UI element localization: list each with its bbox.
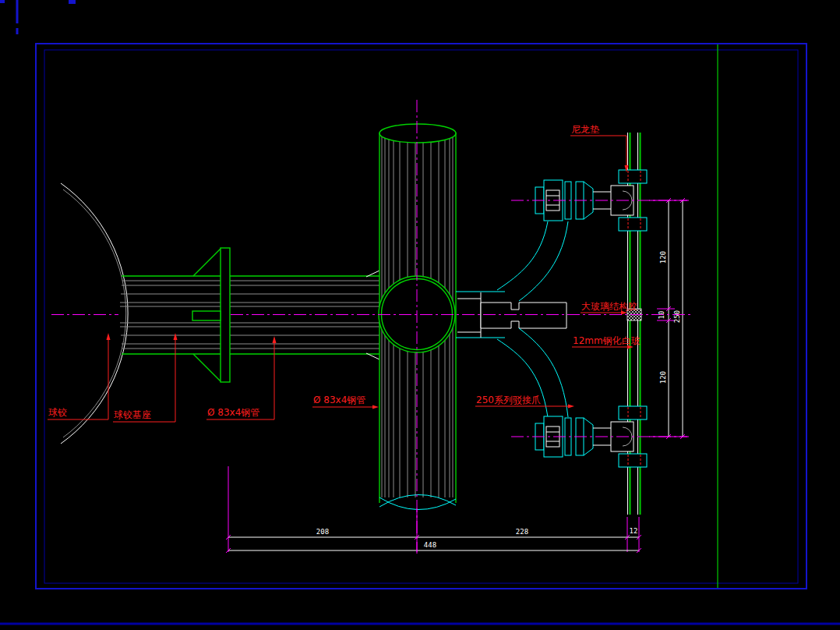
label-structural-silicone: 大玻璃结构胶 (581, 301, 637, 312)
leader-steel-tube-main: Ø 83x4钢管 (312, 395, 379, 409)
dimension-bottom: 208 228 12 448 (226, 466, 641, 553)
leader-ball-hinge: 球铰 (48, 333, 111, 419)
cad-canvas: 球铰 球铰基座 Ø 83x4钢管 Ø 83x4钢管 250系列驳接爪 (0, 0, 840, 630)
dim-right-total: 250 (673, 310, 681, 323)
gusset-upper (193, 249, 221, 276)
label-steel-tube-main: Ø 83x4钢管 (313, 395, 365, 405)
label-ball-hinge-base: 球铰基座 (114, 409, 151, 420)
dimension-right: 120 10 120 250 (649, 198, 687, 439)
label-glass: 12mm钢化白玻 (573, 335, 641, 346)
leader-glass: 12mm钢化白玻 (572, 335, 641, 349)
tube-break-line (379, 497, 456, 510)
gusset-lower (193, 354, 221, 381)
leader-spider-fitting: 250系列驳接爪 (475, 395, 574, 409)
dim-bottom-glass: 12 (630, 527, 638, 535)
label-ball-hinge: 球铰 (48, 407, 67, 418)
tube-break-line (379, 494, 456, 507)
margin-tick (69, 0, 76, 4)
tube-top-cap (379, 124, 456, 143)
label-nylon-pad: 尼龙垫 (571, 124, 599, 135)
margin-tick (0, 0, 5, 3)
leader-nylon-pad: 尼龙垫 (570, 124, 629, 172)
dim-right-top: 120 (659, 251, 667, 264)
spider-arm-upper (497, 221, 568, 301)
bolt-stem-block (481, 303, 566, 328)
base-plate (221, 248, 230, 382)
label-steel-tube-arm: Ø 83x4钢管 (207, 407, 259, 418)
dim-bottom-total: 448 (424, 541, 436, 549)
label-spider-fitting: 250系列驳接爪 (476, 395, 541, 405)
drawing-svg: 球铰 球铰基座 Ø 83x4钢管 Ø 83x4钢管 250系列驳接爪 (0, 0, 840, 630)
base-plate-tab (192, 311, 221, 320)
dim-bottom-left: 208 (316, 528, 329, 536)
annotations: 球铰 球铰基座 Ø 83x4钢管 Ø 83x4钢管 250系列驳接爪 (48, 124, 641, 422)
left-structure-arc (61, 183, 128, 444)
dim-bottom-right: 228 (516, 528, 528, 536)
dim-right-bottom: 120 (659, 371, 667, 384)
